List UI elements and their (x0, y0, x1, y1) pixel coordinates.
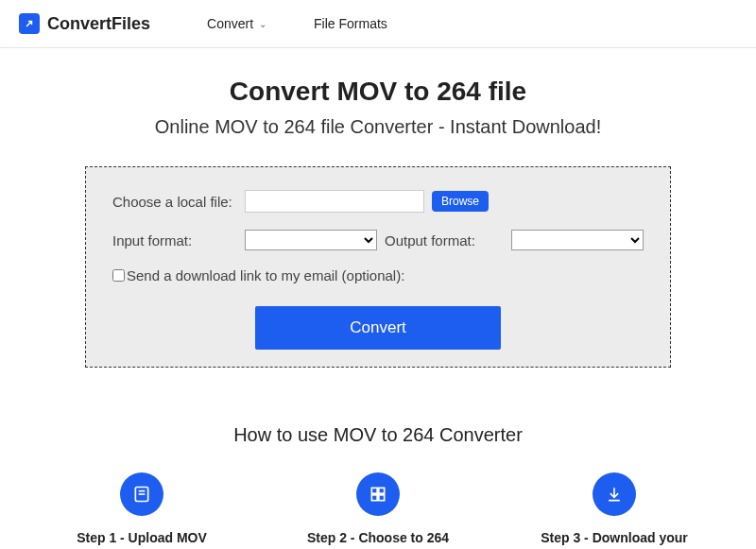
header: ConvertFiles Convert ⌄ File Formats (0, 0, 756, 48)
email-checkbox-label: Send a download link to my email (option… (127, 267, 404, 283)
step-1: Step 1 - Upload MOV file (66, 472, 217, 549)
upload-icon (120, 472, 163, 516)
step-3-label: Step 3 - Download your converted 264 fil… (539, 529, 690, 549)
step-2: Step 2 - Choose to 264 (302, 472, 454, 549)
email-checkbox[interactable] (112, 269, 125, 282)
input-format-label: Input format: (112, 232, 245, 249)
nav-convert[interactable]: Convert ⌄ (207, 16, 266, 31)
download-icon (593, 472, 636, 516)
brand-name[interactable]: ConvertFiles (47, 14, 150, 34)
format-row: Input format: Output format: (112, 230, 644, 250)
step-2-label: Step 2 - Choose to 264 (302, 529, 454, 546)
svg-rect-6 (379, 495, 385, 501)
steps-row: Step 1 - Upload MOV file Step 2 - Choose… (19, 472, 737, 549)
step-3: Step 3 - Download your converted 264 fil… (539, 472, 690, 549)
step-1-label: Step 1 - Upload MOV file (66, 529, 217, 549)
choose-file-label: Choose a local file: (112, 194, 245, 210)
nav-convert-label: Convert (207, 16, 253, 31)
svg-rect-5 (371, 495, 377, 501)
output-format-label: Output format: (385, 232, 475, 249)
howto-title: How to use MOV to 264 Converter (19, 424, 737, 446)
browse-button[interactable]: Browse (432, 191, 489, 212)
chevron-down-icon: ⌄ (259, 19, 266, 29)
logo-icon (19, 13, 40, 34)
nav-file-formats[interactable]: File Formats (314, 16, 387, 31)
file-row: Choose a local file: Browse (112, 190, 644, 213)
page-subtitle: Online MOV to 264 file Converter - Insta… (19, 116, 737, 138)
grid-icon (356, 472, 400, 516)
converter-panel: Choose a local file: Browse Input format… (85, 166, 671, 368)
input-format-select[interactable] (245, 230, 377, 250)
page-title: Convert MOV to 264 file (19, 77, 737, 107)
main-content: Convert MOV to 264 file Online MOV to 26… (0, 48, 756, 549)
svg-rect-3 (371, 488, 377, 493)
output-format-select[interactable] (511, 230, 644, 250)
file-path-input[interactable] (245, 190, 424, 213)
svg-rect-4 (379, 488, 385, 493)
convert-button[interactable]: Convert (255, 306, 501, 350)
email-row: Send a download link to my email (option… (112, 267, 644, 283)
